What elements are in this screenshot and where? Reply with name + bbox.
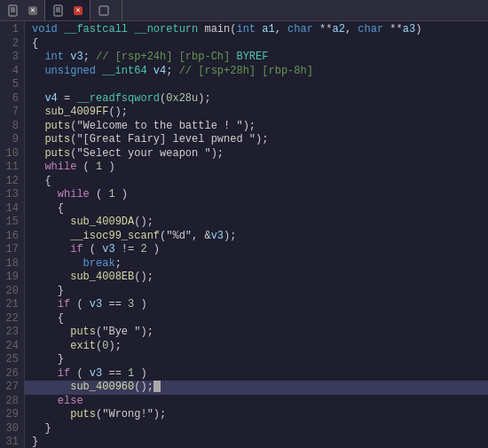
code-line-27: sub_400960();: [25, 381, 488, 395]
svg-rect-4: [54, 5, 62, 16]
code-line-22: {: [25, 312, 488, 326]
svg-rect-0: [9, 5, 17, 16]
line-num-3: 3: [4, 51, 19, 65]
line-num-11: 11: [4, 161, 19, 175]
line-num-31: 31: [4, 436, 19, 448]
code-line-29: puts("Wrong!");: [25, 408, 488, 422]
code-line-30: }: [25, 422, 488, 436]
code-line-3: int v3; // [rsp+24h] [rbp-Ch] BYREF: [25, 51, 488, 65]
line-num-6: 6: [4, 92, 19, 106]
line-num-27: 27: [4, 381, 19, 395]
tab-pseudocode-close[interactable]: ✕: [74, 6, 83, 15]
code-area: 1234567891011121314151617181920212223242…: [0, 21, 488, 448]
code-line-5: [25, 78, 488, 92]
line-num-26: 26: [4, 367, 19, 381]
line-num-7: 7: [4, 106, 19, 120]
line-num-12: 12: [4, 175, 19, 189]
line-num-1: 1: [4, 23, 19, 37]
line-num-2: 2: [4, 37, 19, 51]
line-num-21: 21: [4, 298, 19, 312]
line-num-19: 19: [4, 271, 19, 285]
svg-rect-8: [99, 6, 108, 15]
code-line-4: unsigned __int64 v4; // [rsp+28h] [rbp-8…: [25, 65, 488, 79]
tab-ida-close[interactable]: ✕: [28, 6, 37, 15]
code-line-6: v4 = __readfsqword(0x28u);: [25, 92, 488, 106]
line-num-29: 29: [4, 408, 19, 422]
line-num-28: 28: [4, 395, 19, 409]
line-num-20: 20: [4, 285, 19, 299]
code-line-31: }: [25, 436, 488, 448]
line-num-4: 4: [4, 65, 19, 79]
code-line-10: puts("Select your weapon ");: [25, 147, 488, 161]
line-num-25: 25: [4, 353, 19, 367]
code-line-12: {: [25, 175, 488, 189]
line-num-15: 15: [4, 216, 19, 230]
code-line-28: else: [25, 395, 488, 409]
code-line-17: if ( v3 != 2 ): [25, 243, 488, 257]
line-num-16: 16: [4, 230, 19, 244]
line-num-5: 5: [4, 78, 19, 92]
code-line-24: exit(0);: [25, 340, 488, 354]
code-line-11: while ( 1 ): [25, 161, 488, 175]
line-num-22: 22: [4, 312, 19, 326]
code-line-1: void __fastcall __noreturn main(int a1, …: [25, 23, 488, 37]
code-line-8: puts("Welcome to the battle ! ");: [25, 120, 488, 134]
code-line-23: puts("Bye ");: [25, 326, 488, 340]
cursor: [153, 381, 161, 392]
line-num-10: 10: [4, 147, 19, 161]
code-line-18: break;: [25, 257, 488, 271]
line-num-18: 18: [4, 257, 19, 271]
code-line-19: sub_4008EB();: [25, 271, 488, 285]
code-line-9: puts("[Great Fairy] level pwned ");: [25, 133, 488, 147]
line-num-23: 23: [4, 326, 19, 340]
tab-pseudocode[interactable]: ✕: [45, 0, 91, 20]
tab-hex-view[interactable]: [91, 0, 122, 20]
code-content[interactable]: void __fastcall __noreturn main(int a1, …: [25, 21, 488, 448]
page-icon: [7, 4, 20, 17]
tab-ida-view[interactable]: ✕: [0, 0, 45, 20]
code-line-16: __isoc99_scanf("%d", &v3);: [25, 230, 488, 244]
code-line-15: sub_4009DA();: [25, 216, 488, 230]
code-line-25: }: [25, 353, 488, 367]
line-num-30: 30: [4, 422, 19, 436]
line-num-13: 13: [4, 188, 19, 202]
page-icon-pseudo: [52, 4, 65, 17]
code-line-2: {: [25, 37, 488, 51]
code-line-13: while ( 1 ): [25, 188, 488, 202]
code-line-14: {: [25, 202, 488, 216]
line-num-24: 24: [4, 340, 19, 354]
code-line-26: if ( v3 == 1 ): [25, 367, 488, 381]
code-line-7: sub_4009FF();: [25, 106, 488, 120]
line-num-17: 17: [4, 243, 19, 257]
tab-bar: ✕ ✕: [0, 0, 488, 21]
page-icon-hex: [98, 4, 110, 17]
line-num-9: 9: [4, 133, 19, 147]
line-num-14: 14: [4, 202, 19, 216]
line-numbers: 1234567891011121314151617181920212223242…: [0, 21, 25, 448]
code-line-21: if ( v3 == 3 ): [25, 298, 488, 312]
line-num-8: 8: [4, 120, 19, 134]
code-line-20: }: [25, 285, 488, 299]
